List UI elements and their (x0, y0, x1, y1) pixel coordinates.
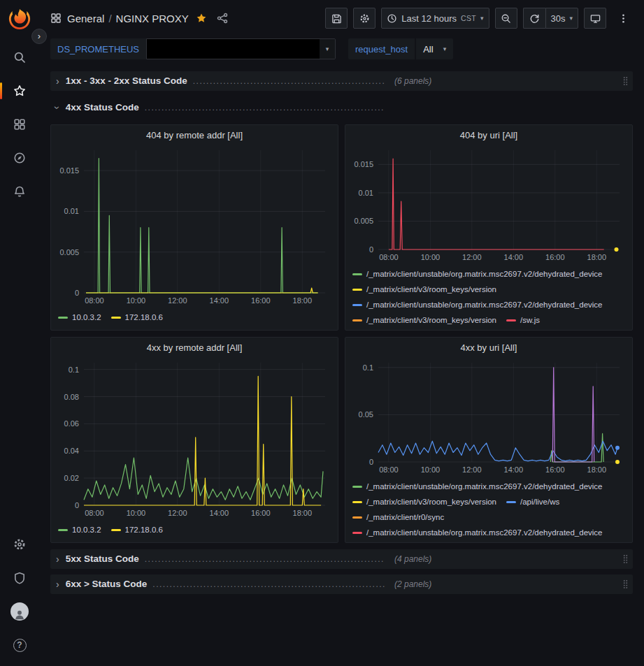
legend-series-marker (506, 501, 516, 503)
explore-icon[interactable] (6, 144, 34, 172)
legend-series-name: /_matrix/client/unstable/org.matrix.msc2… (366, 482, 603, 491)
legend-item[interactable]: 10.0.3.2 (58, 312, 101, 322)
legend-item[interactable]: /_matrix/client/unstable/org.matrix.msc2… (352, 482, 603, 491)
time-range-picker[interactable]: Last 12 hours CST ▾ (381, 8, 489, 29)
legend-series-marker (352, 319, 362, 321)
refresh-button[interactable] (523, 8, 545, 29)
legend-item[interactable]: /sw.js (506, 315, 540, 325)
row-4xx[interactable]: › 4xx Status Code ......................… (50, 98, 633, 117)
legend-item[interactable]: /_matrix/client/unstable/org.matrix.msc2… (352, 269, 603, 279)
alerting-bell-icon[interactable] (6, 178, 34, 205)
row-title: 5xx Status Code (66, 553, 139, 564)
legend-item[interactable]: /api/live/ws (506, 497, 559, 507)
share-icon[interactable] (217, 13, 228, 24)
datasource-select[interactable]: ▾ (146, 38, 336, 59)
svg-text:16:00: 16:00 (251, 509, 271, 517)
svg-text:16:00: 16:00 (545, 253, 565, 261)
search-icon[interactable] (6, 43, 34, 71)
user-avatar[interactable] (6, 598, 34, 625)
svg-text:12:00: 12:00 (168, 296, 187, 305)
chevron-right-icon: › (56, 579, 59, 590)
favorite-star-icon[interactable] (196, 13, 207, 24)
row-panel-count: (4 panels) (394, 554, 431, 564)
row-drag-handle[interactable] (622, 76, 629, 86)
request-host-select[interactable]: All ▾ (416, 38, 453, 59)
starred-icon[interactable] (6, 77, 34, 105)
row-6xx[interactable]: › 6xx > Status Code ....................… (50, 574, 633, 594)
main-area: General / NGINX PROXY Last 12 hours CST … (39, 0, 644, 666)
panel-legend: 10.0.3.2172.18.0.6 (51, 521, 338, 542)
more-options-button[interactable] (612, 8, 634, 29)
breadcrumb-folder[interactable]: General (67, 13, 104, 24)
legend-item[interactable]: /_matrix/client/unstable/org.matrix.msc2… (352, 300, 603, 310)
legend-series-marker (58, 317, 68, 319)
legend-series-marker (506, 319, 516, 321)
time-series-graph[interactable]: 08:0010:0012:0014:0016:0018:0000.020.040… (51, 357, 338, 521)
svg-text:0.01: 0.01 (359, 189, 373, 197)
legend-series-name: /_matrix/client/r0/sync (366, 512, 444, 522)
time-series-graph[interactable]: 08:0010:0012:0014:0016:0018:0000.050.1 (345, 357, 632, 478)
svg-text:12:00: 12:00 (168, 509, 187, 517)
dotted-leader: ........................................… (145, 554, 385, 564)
svg-text:0.005: 0.005 (59, 248, 79, 256)
legend-item[interactable]: /_matrix/client/v3/room_keys/version (352, 284, 496, 294)
dashboard-settings-button[interactable] (353, 8, 375, 29)
legend-series-name: /_matrix/client/unstable/org.matrix.msc2… (366, 269, 603, 279)
row-1xx-3xx-2xx[interactable]: › 1xx - 3xx - 2xx Status Code ..........… (50, 71, 633, 91)
svg-text:12:00: 12:00 (462, 253, 482, 261)
panel-title[interactable]: 404 by uri [All] (345, 125, 632, 145)
legend-series-marker (352, 501, 362, 503)
legend-series-name: /sw.js (520, 315, 540, 325)
dashboards-icon[interactable] (6, 110, 34, 138)
svg-text:0.005: 0.005 (354, 217, 373, 225)
zoom-out-icon (501, 13, 511, 24)
time-series-graph[interactable]: 08:0010:0012:0014:0016:0018:0000.0050.01… (345, 145, 632, 266)
svg-text:08:00: 08:00 (85, 296, 104, 305)
time-series-graph[interactable]: 08:0010:0012:0014:0016:0018:0000.0050.01… (51, 145, 338, 309)
help-icon[interactable]: ? (6, 631, 34, 659)
panel-4xx-by-uri: 4xx by uri [All] 08:0010:0012:0014:0016:… (345, 337, 633, 543)
legend-item[interactable]: /_matrix/client/v3/room_keys/version (352, 497, 496, 507)
grafana-logo[interactable] (8, 7, 31, 31)
row-5xx[interactable]: › 5xx Status Code ......................… (50, 549, 633, 569)
request-host-variable-label: request_host (348, 38, 415, 59)
panel-title[interactable]: 4xx by uri [All] (345, 338, 632, 357)
svg-text:16:00: 16:00 (545, 465, 565, 474)
time-range-label: Last 12 hours (401, 13, 457, 24)
legend-series-marker (352, 304, 362, 306)
svg-text:0.06: 0.06 (64, 419, 79, 428)
panel-4xx-by-remote-addr: 4xx by remote addr [All] 08:0010:0012:00… (50, 337, 338, 543)
row-drag-handle[interactable] (622, 554, 629, 564)
legend-series-marker (352, 273, 362, 275)
legend-series-marker (58, 529, 68, 531)
caret-down-icon: ▾ (569, 15, 573, 22)
zoom-out-time-button[interactable] (495, 8, 517, 29)
svg-text:0.04: 0.04 (64, 447, 79, 455)
legend-item[interactable]: 172.18.0.6 (111, 525, 163, 535)
legend-item[interactable]: /_matrix/client/v3/room_keys/version (352, 315, 496, 325)
refresh-interval-button[interactable]: 30s ▾ (545, 8, 579, 29)
legend-item[interactable]: /_matrix/client/r0/sync (352, 512, 444, 522)
svg-text:16:00: 16:00 (251, 296, 271, 305)
legend-series-marker (352, 532, 362, 534)
row-drag-handle[interactable] (622, 579, 629, 589)
legend-series-marker (352, 486, 362, 488)
server-admin-shield-icon[interactable] (6, 564, 34, 592)
settings-gear-icon[interactable] (6, 530, 34, 558)
legend-item[interactable]: /_matrix/client/unstable/org.matrix.msc2… (352, 528, 603, 537)
legend-item[interactable]: 10.0.3.2 (58, 525, 101, 535)
legend-item[interactable]: 172.18.0.6 (111, 312, 163, 322)
tv-mode-button[interactable] (584, 8, 606, 29)
panel-title[interactable]: 404 by remote addr [All] (51, 125, 338, 145)
row-title: 4xx Status Code (66, 102, 139, 113)
refresh-interval-label: 30s (551, 13, 566, 24)
breadcrumb-dashboard-title[interactable]: NGINX PROXY (116, 13, 189, 24)
panel-legend: /_matrix/client/unstable/org.matrix.msc2… (345, 266, 632, 330)
svg-text:10:00: 10:00 (127, 296, 146, 305)
save-dashboard-button[interactable] (325, 8, 348, 29)
panel-title[interactable]: 4xx by remote addr [All] (51, 338, 338, 357)
sidebar-expand-button[interactable]: › (31, 29, 47, 44)
legend-series-name: 10.0.3.2 (72, 525, 101, 535)
clock-icon (387, 13, 397, 24)
svg-text:12:00: 12:00 (462, 465, 482, 474)
